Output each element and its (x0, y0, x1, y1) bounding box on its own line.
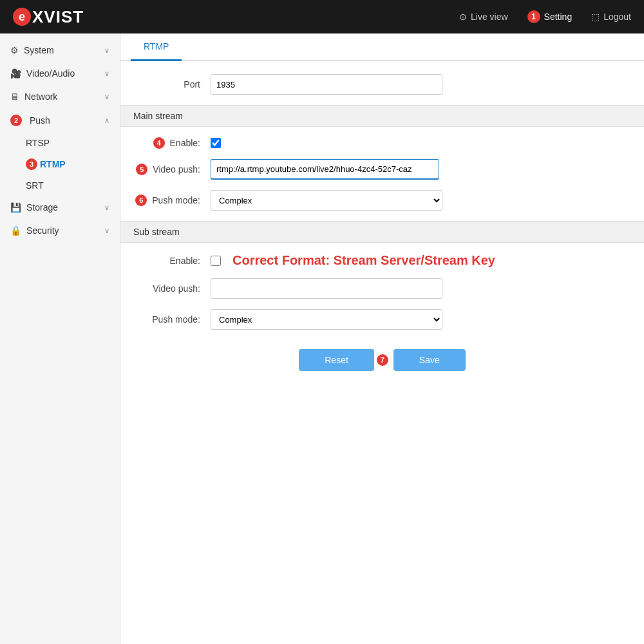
sidebar-item-network[interactable]: 🖥 Network ∨ (0, 85, 120, 108)
topbar-nav: ⊙ Live view 1 Setting ⬚ Logout (459, 10, 631, 23)
content-area: RTMP Port Main stream 4 Enable: (120, 33, 644, 644)
video-push-label-main: 5 Video push: (133, 164, 211, 175)
video-push-input-sub[interactable] (211, 278, 442, 299)
videoaudio-icon: 🎥 (10, 68, 21, 79)
sidebar-label-storage: Storage (26, 202, 58, 213)
video-push-row-sub: Video push: (133, 278, 631, 299)
enable-row-main: 4 Enable: (133, 137, 631, 149)
sidebar-item-security[interactable]: 🔒 Security ∨ (0, 219, 120, 242)
video-push-badge-main: 5 (136, 164, 147, 175)
logo-e: e (13, 8, 31, 26)
push-mode-badge-main: 6 (135, 194, 147, 206)
push-mode-row-main: 6 Push mode: Complex Simple (133, 190, 631, 211)
topbar: e XVIST ⊙ Live view 1 Setting ⬚ Logout (0, 0, 644, 33)
push-mode-select-sub[interactable]: Complex Simple (211, 309, 442, 330)
push-badge: 2 (10, 115, 22, 126)
enable-label-sub: Enable: (133, 256, 211, 266)
callout-annotation: Correct Format: Stream Server/Stream Key (232, 253, 495, 268)
enable-checkbox-sub[interactable] (211, 256, 221, 266)
live-view-nav[interactable]: ⊙ Live view (459, 12, 508, 22)
sidebar-label-videoaudio: Video/Audio (26, 68, 75, 79)
sidebar-label-system: System (24, 45, 54, 55)
setting-label: Setting (544, 12, 573, 22)
push-mode-label-main: 6 Push mode: (133, 194, 211, 206)
video-push-input-main[interactable] (211, 159, 439, 180)
save-badge: 7 (377, 354, 388, 366)
video-push-label-sub: Video push: (133, 283, 211, 294)
live-view-label: Live view (471, 12, 508, 22)
live-view-icon: ⊙ (459, 12, 467, 22)
chevron-videoaudio: ∨ (104, 70, 109, 78)
system-icon: ⚙ (10, 45, 19, 55)
sidebar-subitem-rtmp[interactable]: 3 RTMP (0, 153, 120, 175)
enable-row-sub: Enable: Correct Format: Stream Server/St… (133, 253, 631, 268)
enable-badge-main: 4 (153, 137, 165, 149)
rtmp-badge: 3 (26, 158, 37, 170)
tab-bar: RTMP (120, 33, 644, 61)
sidebar-subitem-rtsp[interactable]: RTSP (0, 133, 120, 153)
chevron-push: ∧ (104, 117, 109, 125)
push-mode-select-main[interactable]: Complex Simple (211, 190, 442, 211)
video-push-row-main: 5 Video push: (133, 159, 631, 180)
sidebar-label-network: Network (24, 91, 57, 102)
logo-text: XVIST (32, 7, 84, 27)
button-row: Reset 7 Save (120, 349, 644, 384)
setting-nav[interactable]: 1 Setting (527, 10, 573, 23)
port-label: Port (133, 79, 211, 90)
save-button[interactable]: Save (393, 349, 466, 371)
form-section-sub: Enable: Correct Format: Stream Server/St… (120, 253, 644, 330)
form-section-main: 4 Enable: 5 Video push: 6 (120, 137, 644, 211)
network-icon: 🖥 (10, 91, 19, 102)
reset-button[interactable]: Reset (299, 349, 374, 371)
push-mode-row-sub: Push mode: Complex Simple (133, 309, 631, 330)
main-stream-header: Main stream (120, 105, 644, 127)
setting-badge: 1 (527, 10, 540, 23)
enable-label-main: 4 Enable: (133, 137, 211, 149)
sidebar-item-storage[interactable]: 💾 Storage ∨ (0, 196, 120, 219)
sidebar-label-push: Push (30, 115, 50, 126)
sidebar-label-security: Security (26, 225, 59, 236)
form-section-port: Port (120, 74, 644, 95)
port-row: Port (133, 74, 631, 95)
sidebar-item-videoaudio[interactable]: 🎥 Video/Audio ∨ (0, 62, 120, 85)
sidebar-subitem-srt[interactable]: SRT (0, 175, 120, 196)
logout-icon: ⬚ (591, 12, 600, 22)
chevron-storage: ∨ (104, 204, 109, 212)
sub-stream-header: Sub stream (120, 221, 644, 243)
storage-icon: 💾 (10, 202, 21, 213)
logout-nav[interactable]: ⬚ Logout (591, 12, 631, 22)
sidebar: ⚙ System ∨ 🎥 Video/Audio ∨ 🖥 Network (0, 33, 120, 644)
port-input[interactable] (211, 74, 442, 95)
enable-checkbox-main[interactable] (211, 138, 221, 148)
logout-label: Logout (603, 12, 631, 22)
sidebar-label-rtmp: RTMP (40, 159, 66, 169)
chevron-security: ∨ (104, 227, 109, 235)
tab-rtmp[interactable]: RTMP (131, 33, 182, 61)
push-mode-label-sub: Push mode: (133, 314, 211, 325)
security-icon: 🔒 (10, 225, 21, 236)
logo: e XVIST (13, 7, 84, 27)
chevron-system: ∨ (104, 46, 109, 55)
sidebar-label-srt: SRT (26, 180, 44, 191)
sidebar-item-system[interactable]: ⚙ System ∨ (0, 39, 120, 62)
sidebar-label-rtsp: RTSP (26, 138, 50, 148)
chevron-network: ∨ (104, 93, 109, 101)
sidebar-item-push[interactable]: 2 Push ∧ (0, 108, 120, 133)
